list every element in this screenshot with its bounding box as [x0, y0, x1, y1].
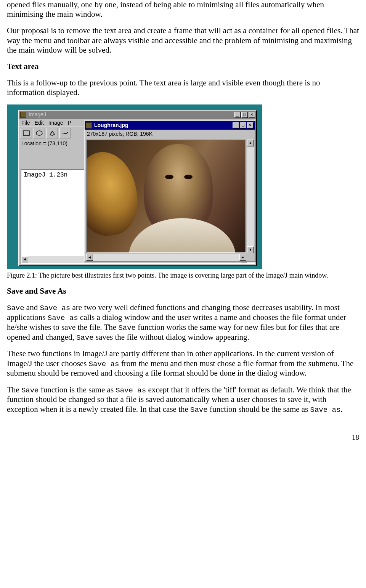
tok-save-as: Save as — [310, 406, 341, 414]
figure-caption: Figure 2.1: The picture best illustrates… — [7, 272, 359, 280]
svg-rect-0 — [23, 131, 29, 135]
paragraph-text-area: This is a follow-up to the previous poin… — [7, 78, 359, 97]
tool-oval-icon[interactable] — [34, 128, 45, 138]
tok-save: Save — [21, 386, 39, 395]
svg-marker-2 — [50, 131, 55, 135]
image-minimize-button[interactable]: _ — [233, 122, 239, 129]
heading-text-area: Text area — [7, 62, 359, 71]
tok-save: Save — [190, 406, 208, 414]
paragraph-save-1: Save and Save as are two very well defin… — [7, 303, 359, 342]
image-hscrollbar[interactable]: ◄ ► — [86, 254, 246, 261]
menu-file[interactable]: File — [21, 120, 30, 126]
tool-polygon-icon[interactable] — [47, 128, 58, 138]
heading-save-saveas: Save and Save As — [7, 286, 359, 296]
menu-truncated[interactable]: P — [68, 120, 71, 126]
image-info-label: 270x187 pixels; RGB; 196K — [85, 130, 255, 138]
scroll-down-icon[interactable]: ▼ — [247, 246, 254, 253]
scroll-left-icon[interactable]: ◄ — [21, 256, 28, 263]
imagej-title-label: ImageJ — [27, 111, 234, 118]
figure-screenshot: ImageJ _ □ × File Edit Image P Location … — [7, 104, 262, 269]
tok-save-as: Save as — [89, 360, 119, 368]
painted-face-left — [86, 147, 143, 240]
close-button[interactable]: × — [249, 112, 255, 118]
imagej-app-icon — [20, 112, 26, 118]
image-close-button[interactable]: × — [247, 122, 254, 129]
image-canvas — [86, 140, 246, 253]
eye-icon — [184, 175, 193, 179]
paragraph-save-2: These two functions in Image/J are partl… — [7, 349, 359, 378]
tool-rect-icon[interactable] — [21, 128, 32, 138]
tok-save: Save — [76, 334, 94, 342]
tok-save: Save — [118, 324, 136, 332]
image-titlebar: Loughran.jpg _ □ × — [85, 121, 255, 130]
tok-save-as: Save as — [116, 386, 146, 395]
eye-icon — [165, 175, 173, 179]
scroll-left-icon[interactable]: ◄ — [86, 254, 93, 261]
paragraph-intro: opened files manually, one by one, inste… — [7, 0, 359, 19]
image-title-label: Loughran.jpg — [93, 122, 233, 129]
svg-point-1 — [36, 131, 42, 135]
image-app-icon — [86, 122, 92, 129]
imagej-main-window: ImageJ _ □ × File Edit Image P Location … — [18, 110, 257, 266]
image-window: Loughran.jpg _ □ × 270x187 pixels; RGB; … — [84, 120, 255, 262]
painted-shirt — [129, 218, 236, 253]
page-number: 18 — [7, 433, 359, 442]
tok-save-as: Save as — [40, 304, 70, 312]
image-vscrollbar[interactable]: ▲ ▼ — [247, 140, 254, 253]
paragraph-save-3: The Save function is the same as Save as… — [7, 385, 359, 414]
tok-save-as: Save as — [48, 314, 78, 322]
image-maximize-button[interactable]: □ — [240, 122, 246, 129]
scroll-up-icon[interactable]: ▲ — [247, 140, 254, 146]
tool-freehand-icon[interactable] — [59, 128, 71, 138]
textarea-content: ImageJ 1.23n — [24, 172, 67, 178]
maximize-button[interactable]: □ — [241, 112, 248, 118]
menu-image[interactable]: Image — [48, 120, 63, 126]
menu-edit[interactable]: Edit — [35, 120, 44, 126]
imagej-titlebar: ImageJ _ □ × — [19, 111, 256, 119]
minimize-button[interactable]: _ — [234, 112, 241, 118]
tok-save: Save — [7, 304, 24, 312]
scroll-right-icon[interactable]: ► — [239, 254, 246, 261]
paragraph-proposal: Our proposal is to remove the text area … — [7, 26, 359, 55]
